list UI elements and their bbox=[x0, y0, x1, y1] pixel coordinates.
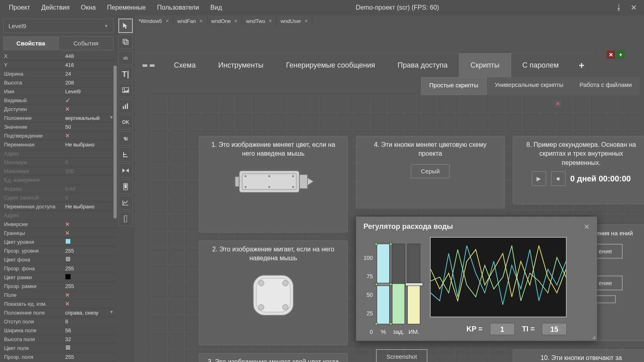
property-row[interactable]: Сдвиг запятой0 bbox=[3, 193, 117, 202]
level-setpoint[interactable] bbox=[392, 244, 405, 324]
file-tab-wndtwo[interactable]: wndTwo✕ bbox=[242, 16, 277, 26]
property-value[interactable]: ✕ bbox=[63, 301, 117, 307]
tool-phone[interactable] bbox=[118, 179, 133, 194]
file-tab-wnduser[interactable]: wndUser✕ bbox=[277, 16, 312, 26]
property-row[interactable]: Y416 bbox=[3, 61, 117, 70]
download-icon[interactable]: ⭳ bbox=[615, 3, 623, 12]
property-row[interactable]: Цвет рамки bbox=[3, 273, 117, 282]
property-value[interactable]: ✕ bbox=[63, 292, 117, 298]
property-row[interactable]: Прозр. фона255 bbox=[3, 264, 117, 273]
property-value[interactable]: Level9 bbox=[63, 88, 117, 95]
property-row[interactable]: Прозр. поля255 bbox=[3, 353, 117, 362]
property-row[interactable]: Положениевертикальный▼ bbox=[3, 114, 117, 123]
property-value[interactable]: 255 bbox=[63, 354, 117, 360]
tool-bowtie[interactable] bbox=[118, 163, 133, 178]
property-value[interactable]: 8 bbox=[63, 319, 117, 325]
file-tab-wndfan[interactable]: wndFan✕ bbox=[173, 16, 207, 26]
property-value[interactable]: Не выбрано bbox=[63, 204, 117, 210]
tool-image[interactable] bbox=[118, 83, 133, 97]
property-value[interactable]: ✕ bbox=[63, 221, 117, 227]
file-tab-wndone[interactable]: wndOne✕ bbox=[207, 16, 242, 26]
ti-input[interactable]: 15 bbox=[542, 323, 567, 335]
property-row[interactable]: Цвет поля bbox=[3, 344, 117, 353]
property-value[interactable]: 0 bbox=[63, 195, 117, 201]
property-row[interactable]: Доступен✕ bbox=[3, 105, 117, 114]
object-selector[interactable]: Level9▼ bbox=[3, 19, 114, 33]
tab-access[interactable]: Права доступа bbox=[386, 53, 459, 77]
dialog-close-icon[interactable]: ✕ bbox=[584, 222, 590, 231]
property-value[interactable] bbox=[63, 274, 117, 281]
property-value[interactable]: 24 bbox=[63, 71, 117, 77]
subtab-files[interactable]: Работа с файлами bbox=[572, 77, 640, 95]
property-value[interactable]: ✕ bbox=[63, 106, 117, 112]
property-value[interactable]: вертикальный▼ bbox=[63, 115, 117, 121]
property-value[interactable]: 56 bbox=[63, 327, 117, 333]
property-value[interactable]: 0 bbox=[63, 159, 117, 165]
tab-password[interactable]: С паролем bbox=[511, 53, 570, 77]
tool-level[interactable] bbox=[118, 212, 133, 226]
tab-instruments[interactable]: Инструменты bbox=[207, 53, 275, 77]
menu-variables[interactable]: Переменные bbox=[101, 4, 151, 11]
subtab-simple[interactable]: Простые скрипты bbox=[421, 77, 487, 95]
tab-add[interactable]: + bbox=[570, 53, 593, 77]
property-value[interactable]: 255 bbox=[63, 265, 117, 272]
tool-sub[interactable]: ฆ bbox=[118, 131, 133, 146]
property-row[interactable]: Значение50 bbox=[3, 123, 117, 132]
round-box-image[interactable] bbox=[249, 271, 297, 319]
property-value[interactable] bbox=[63, 345, 117, 352]
property-value[interactable]: 208 bbox=[63, 80, 117, 86]
scrollbar[interactable] bbox=[114, 66, 117, 218]
kp-input[interactable]: 1 bbox=[490, 323, 515, 335]
property-value[interactable]: 255 bbox=[63, 283, 117, 289]
property-row[interactable]: Ширина поля56 bbox=[3, 326, 117, 335]
close-icon[interactable]: ✕ bbox=[199, 19, 203, 24]
property-row[interactable]: Ед. измерения bbox=[3, 176, 117, 185]
tool-label[interactable]: ab bbox=[118, 51, 133, 65]
property-row[interactable]: Видимый✓ bbox=[3, 96, 117, 105]
property-value[interactable]: 255 bbox=[63, 248, 117, 254]
property-row[interactable]: Показать ед. изм.✕ bbox=[3, 300, 117, 309]
screenshot-button[interactable]: Screenshot bbox=[376, 349, 427, 362]
tab-messages[interactable]: Генерируемые сообщения bbox=[275, 53, 386, 77]
property-row[interactable]: Положение полясправа, снизу▼ bbox=[3, 309, 117, 317]
property-row[interactable]: Цвет уровня bbox=[3, 238, 117, 247]
property-row[interactable]: Максимум100 bbox=[3, 167, 117, 176]
property-value[interactable]: 100 bbox=[63, 168, 117, 174]
property-row[interactable]: Переменная доступаНе выбрано bbox=[3, 202, 117, 211]
close-icon[interactable]: ✕ bbox=[304, 19, 308, 24]
tool-copy[interactable] bbox=[118, 35, 133, 49]
property-row[interactable]: Высота поля32 bbox=[3, 335, 117, 344]
property-row[interactable]: Отступ поля8 bbox=[3, 317, 117, 326]
property-row[interactable]: ПеременнаяНе выбрано bbox=[3, 140, 117, 149]
property-value[interactable]: 448 bbox=[63, 53, 117, 59]
property-row[interactable]: X448 bbox=[3, 52, 117, 61]
level-percent[interactable] bbox=[377, 244, 390, 324]
tab-schema[interactable]: Схема bbox=[163, 53, 207, 77]
tab-scripts[interactable]: Скрипты bbox=[459, 53, 511, 77]
property-value[interactable]: 50 bbox=[63, 124, 117, 130]
resize-grip-icon[interactable]: ◢ bbox=[592, 335, 595, 339]
menu-windows[interactable]: Окна bbox=[75, 4, 101, 11]
menu-project[interactable]: Проект bbox=[3, 4, 36, 11]
file-tab-window5[interactable]: *Window5✕ bbox=[134, 16, 173, 26]
close-icon[interactable]: ✕ bbox=[234, 19, 237, 24]
menu-users[interactable]: Пользователи bbox=[151, 4, 204, 11]
property-row[interactable]: Формат0.## bbox=[3, 185, 117, 193]
property-value[interactable] bbox=[63, 239, 117, 245]
menu-view[interactable]: Вид bbox=[205, 4, 228, 11]
property-value[interactable]: 0.## bbox=[63, 186, 117, 192]
property-row[interactable]: Цвет фона bbox=[3, 255, 117, 264]
subtab-universal[interactable]: Универсальные скрипты bbox=[487, 77, 572, 95]
tool-cursor[interactable] bbox=[118, 19, 133, 33]
property-row[interactable]: Минимум0 bbox=[3, 158, 117, 167]
tool-text[interactable]: T| bbox=[118, 67, 133, 81]
property-value[interactable]: 32 bbox=[63, 336, 117, 342]
gray-button[interactable]: Серый bbox=[411, 164, 450, 178]
tab-properties[interactable]: Свойства bbox=[3, 36, 58, 50]
stop-button[interactable]: ■ bbox=[551, 171, 566, 186]
property-row[interactable]: Ширина24 bbox=[3, 70, 117, 78]
tab-icon[interactable] bbox=[134, 53, 163, 77]
property-value[interactable]: ✕ bbox=[63, 133, 117, 139]
property-value[interactable] bbox=[63, 256, 117, 263]
tool-ok[interactable]: OK bbox=[118, 115, 133, 130]
